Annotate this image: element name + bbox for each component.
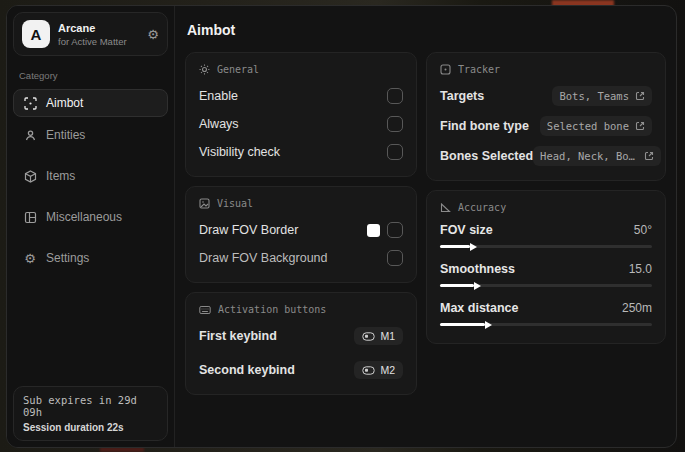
option-row: Always	[199, 113, 403, 135]
left-column: General Enable Always Visibility check	[185, 52, 417, 395]
sidebar-item-label: Aimbot	[46, 96, 83, 110]
enable-checkbox[interactable]	[387, 88, 403, 104]
sidebar-item-settings[interactable]: ⚙ Settings	[13, 244, 168, 272]
slider-label: Smoothness	[440, 262, 515, 276]
sidebar-item-entities[interactable]: Entities	[13, 121, 168, 149]
slider-value: 15.0	[629, 262, 652, 276]
sidebar-item-miscellaneous[interactable]: Miscellaneous	[13, 203, 168, 231]
option-row: Draw FOV Border	[199, 219, 403, 241]
page-title: Aimbot	[187, 22, 666, 38]
mouse-icon	[362, 332, 375, 341]
activation-buttons-section: Activation buttons First keybind M1	[185, 292, 417, 395]
keybind-value: M1	[380, 330, 395, 342]
slider-row: Max distance 250m	[440, 301, 652, 326]
layout-icon	[23, 210, 37, 224]
sidebar-item-aimbot[interactable]: Aimbot	[13, 89, 168, 117]
tracker-section: Tracker Targets Bots, Teams	[426, 52, 666, 181]
option-label: Enable	[199, 89, 238, 103]
keyboard-icon	[199, 305, 211, 315]
sidebar-item-items[interactable]: Items	[13, 162, 168, 190]
smoothness-slider[interactable]	[440, 284, 652, 287]
slider-value: 250m	[622, 301, 652, 315]
keybind-label: First keybind	[199, 329, 277, 343]
expand-icon	[635, 121, 645, 131]
target-icon	[440, 64, 451, 75]
dropdown-label: Bones Selected	[440, 149, 533, 163]
sidebar-item-label: Settings	[46, 251, 89, 265]
sidebar-item-label: Entities	[46, 128, 85, 142]
first-keybind-button[interactable]: M1	[354, 327, 403, 345]
expand-icon	[635, 91, 645, 101]
slider-value: 50°	[634, 223, 652, 237]
section-title: Tracker	[458, 64, 500, 75]
mouse-icon	[362, 366, 375, 375]
targets-dropdown[interactable]: Bots, Teams	[552, 86, 652, 106]
sidebar-item-label: Miscellaneous	[46, 210, 122, 224]
keybind-row: Second keybind M2	[199, 359, 403, 381]
right-column: Tracker Targets Bots, Teams	[426, 52, 666, 344]
sidebar: A Arcane for Active Matter ⚙ Category Ai…	[7, 6, 175, 447]
option-row: Draw FOV Background	[199, 247, 403, 269]
section-title: Visual	[217, 198, 253, 209]
option-label: Draw FOV Background	[199, 251, 328, 265]
brand-card: A Arcane for Active Matter ⚙	[13, 12, 168, 56]
dropdown-label: Find bone type	[440, 119, 529, 133]
dropdown-label: Targets	[440, 89, 484, 103]
category-label: Category	[19, 70, 162, 81]
cheat-menu-window: A Arcane for Active Matter ⚙ Category Ai…	[6, 5, 677, 448]
fov-border-color-swatch[interactable]	[367, 224, 380, 237]
slider-row: Smoothness 15.0	[440, 262, 652, 287]
visual-section: Visual Draw FOV Border Draw FOV Backgrou…	[185, 186, 417, 283]
expand-icon	[644, 151, 654, 161]
section-title: General	[217, 64, 259, 75]
sidebar-item-label: Items	[46, 169, 75, 183]
visibility-check-checkbox[interactable]	[387, 144, 403, 160]
dropdown-value: Bots, Teams	[559, 90, 629, 102]
brand-name: Arcane	[58, 22, 139, 34]
keybind-row: First keybind M1	[199, 325, 403, 347]
main-panel: Aimbot General Enable	[175, 6, 676, 447]
max-distance-slider[interactable]	[440, 323, 652, 326]
section-title: Activation buttons	[218, 304, 326, 315]
draw-fov-border-checkbox[interactable]	[387, 222, 403, 238]
dropdown-row: Bones Selected Head, Neck, Body, Pe…	[440, 145, 652, 167]
gear-icon: ⚙	[23, 251, 37, 265]
slider-label: Max distance	[440, 301, 519, 315]
slider-fill	[440, 323, 485, 326]
dropdown-value: Head, Neck, Body, Pe…	[540, 150, 638, 162]
crosshair-icon	[23, 96, 37, 110]
section-title: Accuracy	[458, 202, 506, 213]
option-label: Visibility check	[199, 145, 280, 159]
person-target-icon	[23, 128, 37, 142]
slider-label: FOV size	[440, 223, 493, 237]
second-keybind-button[interactable]: M2	[354, 361, 403, 379]
option-label: Always	[199, 117, 239, 131]
option-label: Draw FOV Border	[199, 223, 298, 237]
cube-icon	[23, 169, 37, 183]
find-bone-type-dropdown[interactable]: Selected bone	[540, 116, 652, 136]
bones-selected-dropdown[interactable]: Head, Neck, Body, Pe…	[533, 146, 661, 166]
session-duration-text: Session duration 22s	[23, 422, 158, 433]
dropdown-row: Find bone type Selected bone	[440, 115, 652, 137]
always-checkbox[interactable]	[387, 116, 403, 132]
dropdown-row: Targets Bots, Teams	[440, 85, 652, 107]
dropdown-value: Selected bone	[547, 120, 629, 132]
image-icon	[199, 198, 210, 209]
sub-expiry-text: Sub expires in 29d 09h	[23, 394, 158, 418]
keybind-label: Second keybind	[199, 363, 295, 377]
option-row: Visibility check	[199, 141, 403, 163]
gear-icon[interactable]: ⚙	[147, 28, 159, 41]
subscription-card: Sub expires in 29d 09h Session duration …	[13, 386, 168, 441]
slider-row: FOV size 50°	[440, 223, 652, 248]
brand-subtitle: for Active Matter	[58, 36, 139, 47]
option-row: Enable	[199, 85, 403, 107]
keybind-value: M2	[380, 364, 395, 376]
fov-size-slider[interactable]	[440, 245, 652, 248]
slider-fill	[440, 284, 474, 287]
sun-icon	[199, 64, 210, 75]
angle-icon	[440, 202, 451, 213]
slider-fill	[440, 245, 470, 248]
accuracy-section: Accuracy FOV size 50° Smoothness	[426, 190, 666, 344]
brand-logo: A	[22, 20, 50, 48]
draw-fov-background-checkbox[interactable]	[387, 250, 403, 266]
